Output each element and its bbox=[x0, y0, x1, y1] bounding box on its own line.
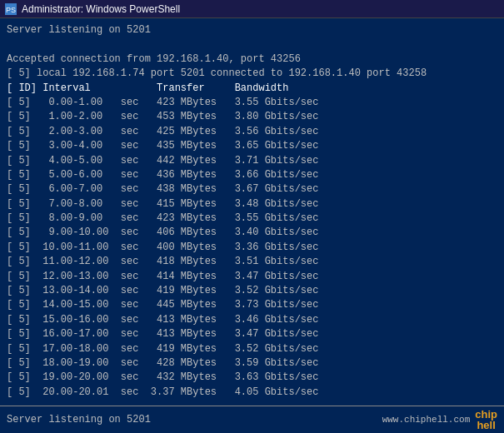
line-11: [ 5] 10.00-11.00 sec 400 MBytes 3.36 Gbi… bbox=[7, 241, 497, 255]
powershell-window: PS Administrator: Windows PowerShell Ser… bbox=[0, 0, 504, 433]
hell-logo: hell bbox=[477, 420, 495, 431]
window-title: Administrator: Windows PowerShell bbox=[22, 3, 180, 15]
line-blank-2 bbox=[7, 400, 497, 406]
terminal-content: Server listening on 5201 Accepted connec… bbox=[0, 18, 504, 406]
line-0: Server listening on 5201 bbox=[7, 23, 497, 37]
line-8: [ 5] 7.00-8.00 sec 415 MBytes 3.48 Gbits… bbox=[7, 197, 497, 212]
line-1: [ 5] 0.00-1.00 sec 423 MBytes 3.55 Gbits… bbox=[7, 96, 497, 110]
watermark: www.chiphell.com chip hell bbox=[382, 409, 497, 431]
line-10: [ 5] 9.00-10.00 sec 406 MBytes 3.40 Gbit… bbox=[7, 226, 497, 240]
watermark-url: www.chiphell.com bbox=[382, 415, 471, 425]
line-12: [ 5] 11.00-12.00 sec 418 MBytes 3.51 Gbi… bbox=[7, 255, 497, 269]
line-13: [ 5] 12.00-13.00 sec 414 MBytes 3.47 Gbi… bbox=[7, 270, 497, 284]
line-21: [ 5] 20.00-20.01 sec 3.37 MBytes 4.05 Gb… bbox=[7, 386, 497, 400]
line-19: [ 5] 18.00-19.00 sec 428 MBytes 3.59 Gbi… bbox=[7, 356, 497, 371]
powershell-icon: PS bbox=[5, 3, 17, 15]
line-17: [ 5] 16.00-17.00 sec 413 MBytes 3.47 Gbi… bbox=[7, 327, 497, 341]
line-local: [ 5] local 192.168.1.74 port 5201 connec… bbox=[7, 67, 497, 81]
footer-bar: Server listening on 5201 www.chiphell.co… bbox=[0, 406, 504, 433]
line-20: [ 5] 19.00-20.00 sec 432 MBytes 3.63 Gbi… bbox=[7, 371, 497, 385]
line-15: [ 5] 14.00-15.00 sec 445 MBytes 3.73 Gbi… bbox=[7, 298, 497, 312]
title-bar: PS Administrator: Windows PowerShell bbox=[0, 0, 504, 18]
line-2: [ 5] 1.00-2.00 sec 453 MBytes 3.80 Gbits… bbox=[7, 110, 497, 124]
line-9: [ 5] 8.00-9.00 sec 423 MBytes 3.55 Gbits… bbox=[7, 212, 497, 226]
line-6: [ 5] 5.00-6.00 sec 436 MBytes 3.66 Gbits… bbox=[7, 168, 497, 182]
line-4: [ 5] 3.00-4.00 sec 435 MBytes 3.65 Gbits… bbox=[7, 139, 497, 153]
line-7: [ 5] 6.00-7.00 sec 438 MBytes 3.67 Gbits… bbox=[7, 182, 497, 197]
line-16: [ 5] 15.00-16.00 sec 413 MBytes 3.46 Gbi… bbox=[7, 313, 497, 327]
svg-text:PS: PS bbox=[6, 6, 16, 14]
line-14: [ 5] 13.00-14.00 sec 419 MBytes 3.52 Gbi… bbox=[7, 284, 497, 298]
line-header: [ ID] Interval Transfer Bandwidth bbox=[7, 82, 497, 96]
line-5: [ 5] 4.00-5.00 sec 442 MBytes 3.71 Gbits… bbox=[7, 154, 497, 168]
line-blank-1 bbox=[7, 37, 497, 52]
line-3: [ 5] 2.00-3.00 sec 425 MBytes 3.56 Gbits… bbox=[7, 125, 497, 139]
footer-listening-text: Server listening on 5201 bbox=[7, 414, 151, 426]
line-accepted: Accepted connection from 192.168.1.40, p… bbox=[7, 52, 497, 67]
line-18: [ 5] 17.00-18.00 sec 419 MBytes 3.52 Gbi… bbox=[7, 342, 497, 356]
